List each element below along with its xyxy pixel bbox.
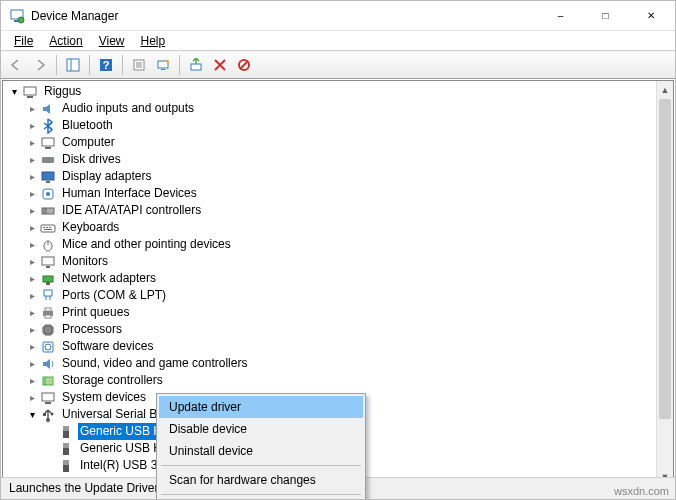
tree-category[interactable]: ▸Audio inputs and outputs [3,100,656,117]
menu-help[interactable]: Help [134,32,173,50]
window-title: Device Manager [31,9,538,23]
svg-rect-29 [41,225,55,232]
tree-label: Storage controllers [60,372,165,389]
expander-icon[interactable]: ▾ [25,408,39,422]
expander-icon[interactable]: ▸ [25,187,39,201]
ctx-update-driver[interactable]: Update driver [159,396,363,418]
software-icon [40,339,56,355]
vertical-scrollbar[interactable]: ▲ ▼ [656,81,673,485]
menu-action[interactable]: Action [42,32,89,50]
svg-rect-30 [43,227,45,228]
scrollbar-thumb[interactable] [659,99,671,419]
uninstall-button[interactable] [209,54,231,76]
menu-file[interactable]: File [7,32,40,50]
tree-category[interactable]: ▸Keyboards [3,219,656,236]
expander-icon[interactable]: ▸ [25,306,39,320]
ctx-disable-device[interactable]: Disable device [159,418,363,440]
svg-rect-23 [46,181,50,183]
ctx-label: Scan for hardware changes [169,473,316,487]
show-hide-tree-button[interactable] [62,54,84,76]
minimize-button[interactable]: – [538,2,583,30]
expander-icon[interactable]: ▸ [25,170,39,184]
menu-bar: File Action View Help [1,31,675,51]
printer-icon [40,305,56,321]
toolbar: ? [1,51,675,79]
svg-rect-17 [27,96,33,98]
expander-icon[interactable]: ▸ [25,255,39,269]
tree-label: Bluetooth [60,117,115,134]
expander-icon[interactable]: ▸ [25,323,39,337]
tree-label: Sound, video and game controllers [60,355,249,372]
update-driver-button[interactable] [185,54,207,76]
disable-button[interactable] [233,54,255,76]
tree-label: Network adapters [60,270,158,287]
tree-category[interactable]: ▸Display adapters [3,168,656,185]
svg-rect-38 [43,276,53,282]
network-icon [40,271,56,287]
svg-rect-42 [45,308,51,311]
tree-category[interactable]: ▸IDE ATA/ATAPI controllers [3,202,656,219]
expander-icon[interactable]: ▸ [25,102,39,116]
tree-label: Software devices [60,338,155,355]
svg-point-25 [46,192,50,196]
expander-icon[interactable]: ▸ [25,221,39,235]
svg-point-53 [51,412,54,415]
expander-icon[interactable]: ▸ [25,136,39,150]
tree-category[interactable]: ▸Computer [3,134,656,151]
tree-category[interactable]: ▸Network adapters [3,270,656,287]
expander-icon[interactable]: ▸ [25,119,39,133]
computer-icon [40,135,56,151]
maximize-button[interactable]: □ [583,2,628,30]
scan-hardware-button[interactable] [152,54,174,76]
tree-category[interactable]: ▸Print queues [3,304,656,321]
expander-icon[interactable]: ▸ [25,289,39,303]
ctx-uninstall-device[interactable]: Uninstall device [159,440,363,462]
ctx-scan-hardware[interactable]: Scan for hardware changes [159,469,363,491]
tree-category[interactable]: ▸Processors [3,321,656,338]
hid-icon [40,186,56,202]
tree-category[interactable]: ▸Sound, video and game controllers [3,355,656,372]
svg-rect-12 [161,69,165,70]
usb-icon [40,407,56,423]
tree-category[interactable]: ▸Storage controllers [3,372,656,389]
properties-button[interactable] [128,54,150,76]
expander-icon[interactable]: ▸ [25,153,39,167]
back-button [5,54,27,76]
tree-category[interactable]: ▸Mice and other pointing devices [3,236,656,253]
scroll-up-icon[interactable]: ▲ [657,81,673,98]
tree-category[interactable]: ▸Software devices [3,338,656,355]
tree-category[interactable]: ▸Human Interface Devices [3,185,656,202]
mouse-icon [40,237,56,253]
expander-icon[interactable]: ▸ [25,238,39,252]
bluetooth-icon [40,118,56,134]
tree-category[interactable]: ▸Ports (COM & LPT) [3,287,656,304]
tree-label: Monitors [60,253,110,270]
tree-label: Generic USB H [78,423,164,440]
svg-point-2 [18,17,24,23]
expander-icon[interactable]: ▸ [25,357,39,371]
ctx-label: Disable device [169,422,247,436]
expander-icon[interactable]: ▸ [25,204,39,218]
svg-rect-36 [42,257,54,265]
tree-category[interactable]: ▸Bluetooth [3,117,656,134]
tree-label: Processors [60,321,124,338]
tree-label: Generic USB H [78,440,164,457]
svg-rect-22 [42,172,54,180]
tree-label: Display adapters [60,168,153,185]
tree-root[interactable]: ▾ Riggus [3,83,656,100]
expander-icon[interactable]: ▸ [25,374,39,388]
tree-label: Keyboards [60,219,121,236]
close-button[interactable]: ✕ [628,2,673,30]
tree-category[interactable]: ▸Disk drives [3,151,656,168]
menu-view[interactable]: View [92,32,132,50]
help-button[interactable]: ? [95,54,117,76]
svg-rect-54 [63,426,69,431]
tree-label: Mice and other pointing devices [60,236,233,253]
expander-icon[interactable]: ▸ [25,340,39,354]
svg-rect-37 [46,266,50,268]
tree-category[interactable]: ▸Monitors [3,253,656,270]
expander-icon[interactable]: ▸ [25,391,39,405]
toolbar-separator [56,55,57,75]
expander-icon[interactable]: ▸ [25,272,39,286]
expander-icon[interactable]: ▾ [7,85,21,99]
